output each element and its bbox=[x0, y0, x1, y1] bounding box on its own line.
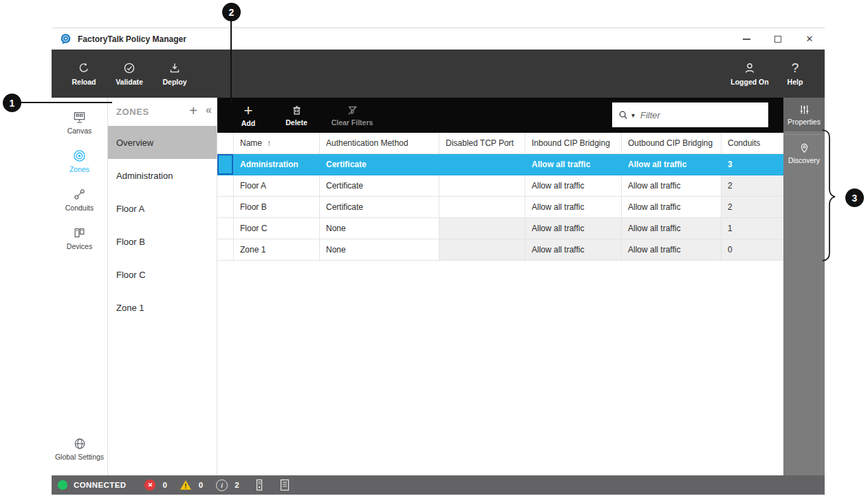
add-button[interactable]: + Add bbox=[224, 98, 272, 133]
table-row-zone-1[interactable]: Zone 1 None Allow all traffic Allow all … bbox=[217, 239, 783, 261]
left-nav: Canvas Zones bbox=[52, 98, 108, 475]
reload-button[interactable]: Reload bbox=[61, 50, 107, 98]
cell-outbound: Allow all traffic bbox=[622, 239, 721, 261]
cell-outbound: Allow all traffic bbox=[622, 154, 721, 175]
nav-item-canvas[interactable]: Canvas bbox=[52, 104, 107, 142]
row-selector-cell[interactable] bbox=[217, 197, 234, 218]
row-selector-cell[interactable] bbox=[217, 239, 234, 261]
logged-on-label: Logged On bbox=[730, 78, 768, 86]
sort-ascending-icon: ↑ bbox=[267, 138, 271, 148]
error-icon[interactable]: ✕ bbox=[144, 479, 155, 490]
zones-panel-header: ZONES + « bbox=[108, 98, 217, 126]
filter-caret-icon[interactable]: ▾ bbox=[631, 111, 635, 119]
canvas-icon bbox=[72, 110, 87, 125]
close-button[interactable]: ✕ bbox=[804, 34, 815, 45]
deploy-button[interactable]: Deploy bbox=[152, 50, 197, 98]
cell-disabled-tcp bbox=[440, 218, 525, 239]
properties-label: Properties bbox=[788, 118, 821, 126]
filter-input[interactable] bbox=[640, 110, 763, 120]
header-cell-disabled-tcp[interactable]: Disabled TCP Port bbox=[440, 133, 525, 154]
deploy-icon bbox=[168, 61, 182, 75]
content-area: Canvas Zones bbox=[52, 98, 825, 475]
cell-disabled-tcp bbox=[440, 154, 525, 175]
header-cell-inbound[interactable]: Inbound CIP Bridging bbox=[525, 133, 622, 154]
factorytalk-logo-icon bbox=[60, 33, 72, 45]
header-cell-outbound[interactable]: Outbound CIP Bridging bbox=[622, 133, 721, 154]
nav-item-conduits[interactable]: Conduits bbox=[52, 181, 107, 219]
info-icon[interactable]: i bbox=[216, 479, 228, 491]
cell-inbound: Allow all traffic bbox=[525, 154, 622, 175]
cell-outbound: Allow all traffic bbox=[622, 175, 721, 197]
table-row-floor-a[interactable]: Floor A Certificate Allow all traffic Al… bbox=[217, 175, 783, 197]
validate-label: Validate bbox=[116, 78, 143, 86]
nav-item-global-settings[interactable]: Global Settings bbox=[52, 435, 107, 470]
logged-on-button[interactable]: Logged On bbox=[727, 50, 772, 98]
deploy-label: Deploy bbox=[162, 78, 186, 86]
main-panel: + Add Delete bbox=[217, 98, 783, 475]
cell-auth: None bbox=[320, 239, 440, 261]
nav-item-devices[interactable]: Devices bbox=[52, 219, 107, 258]
title-bar: FactoryTalk Policy Manager ✕ bbox=[52, 28, 825, 50]
row-selector-cell[interactable] bbox=[217, 218, 234, 239]
header-cell-conduits[interactable]: Conduits bbox=[721, 133, 783, 154]
validate-button[interactable]: Validate bbox=[107, 50, 152, 98]
delete-button[interactable]: Delete bbox=[272, 98, 321, 133]
row-selector-cell[interactable] bbox=[217, 175, 234, 197]
maximize-button[interactable] bbox=[772, 34, 783, 45]
filter-box: ▾ bbox=[612, 103, 768, 127]
nav-label-global-settings: Global Settings bbox=[55, 453, 104, 461]
search-icon bbox=[618, 109, 629, 121]
minimize-button[interactable] bbox=[741, 34, 752, 45]
app-toolbar-right: Logged On ? Help bbox=[727, 50, 818, 98]
validate-icon bbox=[122, 61, 136, 75]
zone-item-label: Zone 1 bbox=[116, 303, 144, 313]
cell-auth: None bbox=[320, 218, 440, 239]
clear-filters-label: Clear Filters bbox=[332, 118, 373, 127]
cell-inbound: Allow all traffic bbox=[525, 239, 622, 261]
report-document-icon[interactable] bbox=[279, 479, 290, 491]
properties-button[interactable]: Properties bbox=[783, 98, 825, 131]
row-selector-cell[interactable] bbox=[217, 154, 234, 175]
zone-list-item-overview[interactable]: Overview bbox=[108, 126, 217, 159]
table-row-floor-b[interactable]: Floor B Certificate Allow all traffic Al… bbox=[217, 197, 783, 218]
collapse-panel-icon[interactable]: « bbox=[206, 104, 212, 116]
page: FactoryTalk Policy Manager ✕ Reload bbox=[0, 0, 868, 496]
header-cell-name[interactable]: Name↑ bbox=[234, 133, 320, 154]
device-status-icon[interactable] bbox=[254, 479, 265, 491]
cell-inbound: Allow all traffic bbox=[525, 197, 622, 218]
zones-table: Name↑ Authentication Method Disabled TCP… bbox=[217, 133, 783, 261]
delete-icon bbox=[290, 104, 303, 117]
clear-filters-button[interactable]: Clear Filters bbox=[321, 98, 384, 133]
add-zone-icon[interactable]: + bbox=[189, 103, 197, 119]
zones-panel-title: ZONES bbox=[116, 107, 149, 117]
help-button[interactable]: ? Help bbox=[772, 50, 818, 98]
cell-name: Administration bbox=[234, 154, 320, 175]
cell-conduits: 3 bbox=[721, 154, 783, 175]
cell-conduits: 2 bbox=[721, 175, 783, 197]
zone-list-item-floor-b[interactable]: Floor B bbox=[108, 225, 217, 258]
maximize-icon bbox=[774, 36, 781, 43]
zone-list-item-administration[interactable]: Administration bbox=[108, 159, 217, 192]
warning-icon[interactable] bbox=[180, 479, 192, 490]
zone-list-item-floor-c[interactable]: Floor C bbox=[108, 258, 217, 291]
cell-name: Floor B bbox=[234, 197, 320, 218]
properties-icon bbox=[799, 104, 810, 116]
header-cell-selector bbox=[217, 133, 234, 154]
header-cell-auth[interactable]: Authentication Method bbox=[320, 133, 440, 154]
window-controls: ✕ bbox=[741, 28, 815, 50]
help-label: Help bbox=[788, 78, 803, 86]
table-row-administration[interactable]: Administration Certificate Allow all tra… bbox=[217, 154, 783, 175]
discovery-button[interactable]: Discovery bbox=[783, 134, 825, 172]
zone-list-item-floor-a[interactable]: Floor A bbox=[108, 192, 217, 225]
cell-name: Floor C bbox=[234, 218, 320, 239]
discovery-icon bbox=[799, 142, 810, 154]
zone-item-label: Floor C bbox=[116, 270, 146, 280]
close-icon: ✕ bbox=[806, 34, 814, 43]
zones-icon bbox=[72, 149, 87, 163]
user-icon bbox=[743, 61, 757, 75]
conduits-icon bbox=[72, 187, 87, 202]
connection-status-label: CONNECTED bbox=[74, 481, 126, 489]
table-row-floor-c[interactable]: Floor C None Allow all traffic Allow all… bbox=[217, 218, 783, 239]
nav-item-zones[interactable]: Zones bbox=[52, 142, 107, 181]
zone-list-item-zone-1[interactable]: Zone 1 bbox=[108, 291, 217, 324]
